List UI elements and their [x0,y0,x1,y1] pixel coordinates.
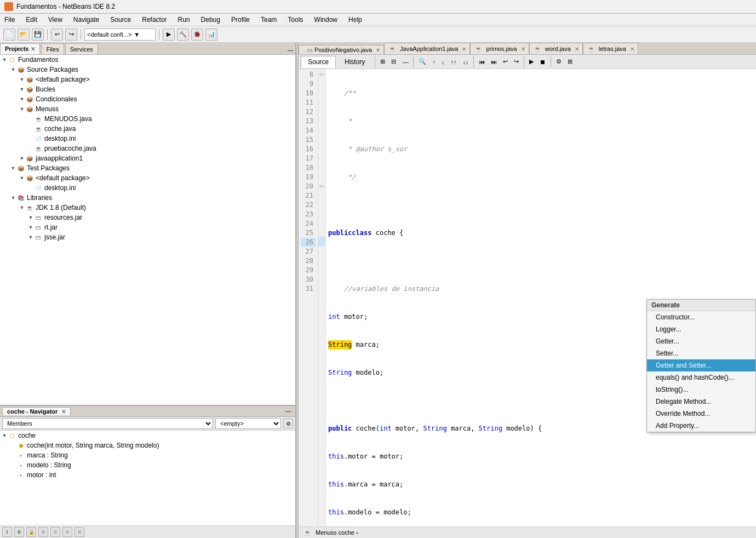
navigator-tree[interactable]: ▼ ⬡ coche ◆ coche(int motor, String marc… [0,431,295,525]
tree-item-default-package[interactable]: ▼ 📦 <default package> [0,75,295,84]
etb-btn-toggle-bookmark[interactable]: ⊞ [378,57,387,66]
menu-run[interactable]: Run [176,15,192,25]
tree-item-menudos[interactable]: ☕ MENUDOS.java [0,114,295,124]
etb-btn-run-line[interactable]: ▶ [527,57,536,66]
etb-btn-4[interactable]: 🔍 [416,57,428,66]
tab-close[interactable]: ✕ [462,46,466,52]
tree-item-pruebacoche[interactable]: ☕ pruebacoche.java [0,144,295,153]
tree-item-coche[interactable]: ☕ coche.java [0,124,295,134]
nav-item-constructor[interactable]: ◆ coche(int motor, String marca, String … [0,440,295,450]
etb-btn-7[interactable]: ↑↑ [448,58,459,66]
nav-item-coche-class[interactable]: ▼ ⬡ coche [0,431,295,440]
editor-tab-word[interactable]: ☕ word.java ✕ [529,43,583,54]
tree-item-fundamentos[interactable]: ▼ ⬡ Fundamentos [0,55,295,65]
tree-item-test-packages[interactable]: ▼ 📦 Test Packages [0,163,295,173]
panel-collapse-button[interactable]: — [285,46,295,54]
open-button[interactable]: 📂 [18,28,30,41]
redo-button[interactable]: ↪ [65,28,77,41]
tree-item-desktop-ini[interactable]: 📄 desktop.ini [0,134,295,144]
editor-tab-primos[interactable]: ☕ primos.java ✕ [470,43,529,54]
ctx-item-getter-setter[interactable]: Getter and Setter... [647,359,755,371]
save-button[interactable]: 💾 [32,28,44,41]
menu-debug[interactable]: Debug [199,15,222,25]
lb-btn-lock[interactable]: 🔒 [26,527,36,537]
menu-profile[interactable]: Profile [229,15,252,25]
nav-item-modelo[interactable]: ▪ modelo : String [0,460,295,470]
build-button[interactable]: 🔨 [177,28,189,41]
lb-btn-2[interactable]: II [14,527,24,537]
lb-btn-3[interactable]: ☆ [38,527,48,537]
tab-close[interactable]: ✕ [630,46,634,52]
etb-btn-6[interactable]: ↓ [439,58,447,66]
lb-btn-6[interactable]: ☆ [75,527,84,537]
etb-btn-stop[interactable]: ⏹ [537,58,548,66]
tree-item-rt-jar[interactable]: ▼ 🗃 rt.jar [0,222,295,232]
etb-btn-2[interactable]: ⊟ [389,57,398,66]
empty-dropdown[interactable]: <empty> [215,418,281,429]
etb-btn-10[interactable]: ⏭ [489,58,499,66]
code-area[interactable]: 8 9 10 11 12 13 14 15 16 17 18 19 20 21 … [299,69,756,526]
tree-item-test-default[interactable]: ▼ 📦 <default package> [0,173,295,183]
tab-services[interactable]: Services [65,43,98,54]
etb-btn-3[interactable]: — [400,58,410,66]
new-button[interactable]: 📄 [3,28,15,41]
menu-refactor[interactable]: Refactor [140,15,169,25]
tree-item-desktop-ini-2[interactable]: 📄 desktop.ini [0,183,295,193]
tree-item-libraries[interactable]: ▼ 📚 Libraries [0,193,295,203]
members-dropdown[interactable]: Members [2,418,213,429]
editor-tab-letras[interactable]: ☕ letras.java ✕ [583,43,638,54]
run-project-button[interactable]: ▶ [163,28,175,41]
menu-help[interactable]: Help [346,15,364,25]
etb-btn-11[interactable]: ↩ [501,57,510,66]
menu-source[interactable]: Source [108,15,133,25]
nav-item-motor[interactable]: ▪ motor : int [0,470,295,480]
menu-edit[interactable]: Edit [24,15,39,25]
etb-btn-settings[interactable]: ⚙ [554,57,564,66]
tab-source[interactable]: Source [301,56,336,68]
tab-close[interactable]: ✕ [575,46,579,52]
lb-btn-5[interactable]: ☆ [62,527,72,537]
ctx-item-override-method[interactable]: Override Method... [647,408,755,420]
code-content[interactable]: /** * * @author s_sor */ public class co… [326,69,756,526]
debug-button[interactable]: 🐞 [191,28,203,41]
ctx-item-constructor[interactable]: Constructor... [647,311,755,323]
menu-navigate[interactable]: Navigate [71,15,101,25]
tree-item-javaapplication1[interactable]: ▼ 📦 javaapplication1 [0,153,295,163]
etb-btn-8[interactable]: ↓↓ [460,58,471,66]
etb-btn-split[interactable]: ⊞ [565,57,575,66]
lb-btn-4[interactable]: ☆ [50,527,60,537]
tab-projects-close[interactable]: ✕ [31,46,35,52]
tab-files[interactable]: Files [41,43,64,54]
tree-item-resources-jar[interactable]: ▼ 🗃 resources.jar [0,213,295,222]
undo-button[interactable]: ↩ [51,28,63,41]
etb-btn-5[interactable]: ↑ [430,58,438,66]
profile-button[interactable]: 📊 [205,28,217,41]
tree-item-condicionales[interactable]: ▼ 📦 Condicionales [0,94,295,104]
tree-item-menuss[interactable]: ▼ 📦 Menuss [0,104,295,114]
fold-btn-8[interactable]: ▭ [318,69,325,78]
editor-tab-positivonegativo[interactable]: ...va PositivoNegativo.java ✕ [299,45,384,54]
tab-history[interactable]: History [337,56,372,67]
tab-close[interactable]: ✕ [521,46,525,52]
menu-file[interactable]: File [2,15,17,25]
menu-view[interactable]: View [46,15,65,25]
ctx-item-getter[interactable]: Getter... [647,335,755,347]
fold-btn-20[interactable]: ▭ [318,181,325,190]
nav-item-marca[interactable]: ▪ marca : String [0,450,295,460]
ctx-item-setter[interactable]: Setter... [647,347,755,359]
tree-item-jdk[interactable]: ▼ ☕ JDK 1.8 (Default) [0,203,295,213]
tab-close[interactable]: ✕ [376,47,380,53]
config-dropdown[interactable]: <default confi...> ▼ [84,28,156,41]
ctx-item-equals-hashcode[interactable]: equals() and hashCode()... [647,371,755,384]
menu-window[interactable]: Window [312,15,340,25]
nav-collapse-button[interactable]: — [283,407,293,415]
etb-btn-12[interactable]: ↪ [512,57,521,66]
navigator-tab[interactable]: coche - Navigator ✕ [2,407,71,415]
ctx-item-logger[interactable]: Logger... [647,323,755,335]
project-tree[interactable]: ▼ ⬡ Fundamentos ▼ 📦 Source Packages ▼ 📦 … [0,55,295,405]
nav-settings-button[interactable]: ⚙ [283,419,293,428]
navigator-close-button[interactable]: ✕ [61,409,66,415]
tree-item-bucles[interactable]: ▼ 📦 Bucles [0,84,295,94]
menu-team[interactable]: Team [259,15,279,25]
lb-btn-1[interactable]: I [2,527,12,537]
